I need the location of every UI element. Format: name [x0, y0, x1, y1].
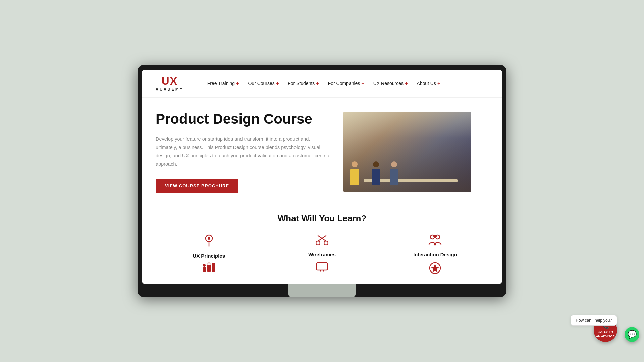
nav-plus-free-training: +: [236, 80, 239, 86]
nav-item-about-us[interactable]: About Us +: [413, 78, 444, 88]
learn-section: What Will You Learn? UX Principles: [142, 203, 502, 284]
learn-icon-4: [202, 262, 216, 276]
hero-right: [343, 112, 471, 192]
learn-item-5: [269, 262, 375, 277]
learn-item-interaction-design: Interaction Design: [382, 234, 488, 259]
person-head-2: [373, 161, 379, 167]
svg-point-13: [203, 264, 206, 267]
window-light: [343, 112, 471, 138]
advisor-label-line1: SPEAK TO: [598, 330, 613, 335]
nav-plus-for-companies: +: [361, 80, 364, 86]
svg-point-4: [324, 241, 328, 245]
svg-rect-11: [207, 265, 211, 272]
nav-plus-about-us: +: [437, 80, 440, 86]
nav-label-our-courses: Our Courses: [248, 81, 274, 86]
person-3: [390, 161, 398, 185]
chat-text: How can I help you?: [576, 318, 612, 323]
nav-link-free-training[interactable]: Free Training +: [204, 78, 243, 88]
svg-point-1: [208, 237, 210, 240]
learn-icon-6: [429, 262, 441, 277]
learn-item-ux-principles: UX Principles: [156, 234, 262, 259]
nav-item-for-students[interactable]: For Students +: [284, 78, 323, 88]
nav-label-ux-resources: UX Resources: [373, 81, 404, 86]
nav-item-our-courses[interactable]: Our Courses +: [245, 78, 282, 88]
hero-left: Product Design Course Develop your featu…: [156, 111, 330, 193]
svg-point-9: [433, 235, 437, 238]
nav-plus-our-courses: +: [276, 80, 279, 86]
nav-link-about-us[interactable]: About Us +: [413, 78, 444, 88]
learn-label-ux-principles: UX Principles: [193, 253, 225, 259]
navbar: UX ACADEMY Free Training + Our Courses +: [142, 70, 502, 98]
view-brochure-button[interactable]: VIEW COURSE BROCHURE: [156, 179, 238, 193]
learn-label-wireframes: Wireframes: [308, 252, 336, 257]
nav-item-for-companies[interactable]: For Companies +: [325, 78, 368, 88]
nav-link-ux-resources[interactable]: UX Resources +: [370, 78, 412, 88]
wireframes-icon: [315, 234, 329, 248]
hero-description: Develop your feature or startup idea and…: [156, 135, 330, 168]
learn-grid-row1: UX Principles Wireframes: [156, 234, 488, 259]
person-head-1: [352, 161, 358, 167]
learn-item-4: [156, 262, 262, 277]
advisor-label-line2: AN ADVISOR: [596, 335, 615, 339]
person-head-3: [391, 161, 397, 167]
learn-label-interaction-design: Interaction Design: [413, 252, 457, 257]
nav-link-for-students[interactable]: For Students +: [284, 78, 323, 88]
learn-grid-row2: [156, 262, 488, 277]
learn-item-wireframes: Wireframes: [269, 234, 375, 259]
nav-label-for-students: For Students: [288, 81, 315, 86]
nav-links: Free Training + Our Courses + For Studen…: [204, 78, 444, 88]
nav-link-our-courses[interactable]: Our Courses +: [245, 78, 282, 88]
logo[interactable]: UX ACADEMY: [156, 76, 184, 91]
svg-point-3: [316, 241, 320, 245]
whatsapp-icon: 💬: [628, 330, 637, 339]
logo-ux: UX: [162, 76, 178, 86]
svg-rect-15: [317, 263, 327, 270]
hero-image: [343, 112, 471, 192]
nav-link-for-companies[interactable]: For Companies +: [325, 78, 368, 88]
svg-rect-12: [212, 263, 215, 272]
interaction-design-icon: [428, 234, 442, 248]
nav-label-about-us: About Us: [417, 81, 436, 86]
nav-item-free-training[interactable]: Free Training +: [204, 78, 243, 88]
ux-principles-icon: [203, 234, 215, 250]
person-2: [372, 161, 380, 185]
monitor-stand: [288, 284, 356, 297]
people-scene: [350, 142, 464, 185]
person-body-3: [390, 169, 398, 185]
hero-title: Product Design Course: [156, 111, 330, 127]
nav-plus-ux-resources: +: [405, 80, 408, 86]
person-body-1: [350, 169, 359, 185]
learn-section-title: What Will You Learn?: [156, 213, 488, 224]
person-body-2: [372, 169, 380, 185]
learn-item-6: [382, 262, 488, 277]
chat-bubble: How can I help you?: [571, 315, 617, 326]
nav-label-for-companies: For Companies: [328, 81, 360, 86]
svg-rect-10: [203, 267, 206, 272]
person-1: [350, 161, 359, 185]
nav-label-free-training: Free Training: [207, 81, 235, 86]
whatsapp-button[interactable]: 💬: [625, 327, 639, 342]
learn-icon-5: [315, 262, 329, 276]
hero-section: Product Design Course Develop your featu…: [142, 98, 502, 203]
nav-item-ux-resources[interactable]: UX Resources +: [370, 78, 412, 88]
nav-plus-for-students: +: [316, 80, 319, 86]
logo-academy: ACADEMY: [156, 87, 184, 91]
